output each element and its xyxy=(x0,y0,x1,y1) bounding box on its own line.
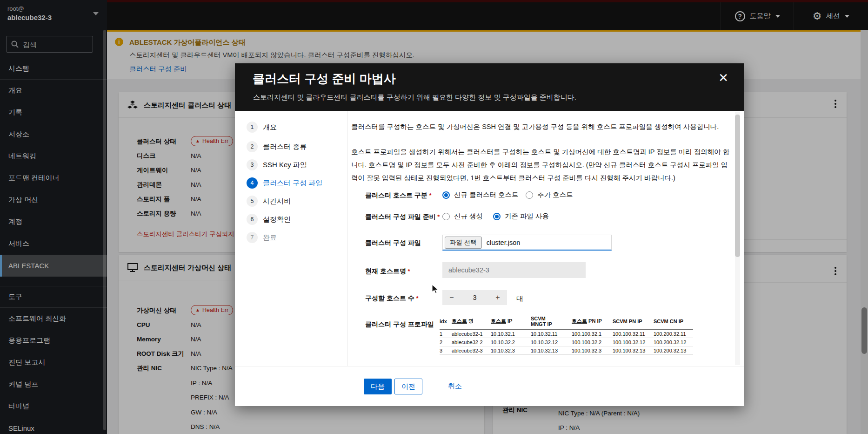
wizard-step[interactable]: 1개요 xyxy=(247,122,277,133)
column-header: 호스트 PN IP xyxy=(572,318,613,325)
table-cell: 100.200.32.12 xyxy=(654,339,692,345)
field-label-host-count: 구성할 호스트 수 xyxy=(365,294,418,303)
next-button[interactable]: 다음 xyxy=(364,379,392,394)
table-cell: ablecube32-1 xyxy=(452,331,491,337)
field-label-host-type: 클러스터 호스트 구분 xyxy=(365,191,431,200)
modal-header: 클러스터 구성 준비 마법사 스토리지센터 및 클라우드센터 클러스터를 구성하… xyxy=(235,63,744,111)
table-row: 2ablecube32-210.10.32.210.10.32.12100.10… xyxy=(440,338,693,346)
cluster-profile-table: idx호스트 명호스트 IPSCVM MNGT IP호스트 PN IPSCVM … xyxy=(440,315,693,355)
radio-icon[interactable] xyxy=(442,191,450,199)
table-cell: 100.100.32.11 xyxy=(613,331,654,337)
table-cell: 10.10.32.2 xyxy=(491,339,531,345)
step-label: 시간서버 xyxy=(263,197,291,206)
wizard-footer: 다음 이전 취소 xyxy=(235,366,744,406)
table-cell: 100.100.32.1 xyxy=(572,331,613,337)
column-header: 호스트 명 xyxy=(452,318,491,325)
wizard-step[interactable]: 4클러스터 구성 파일 xyxy=(247,177,322,189)
radio-new-file[interactable]: 신규 생성 xyxy=(442,212,483,221)
table-cell: 100.100.32.2 xyxy=(572,339,613,345)
table-cell: 10.10.32.1 xyxy=(491,331,531,337)
step-number: 3 xyxy=(247,159,258,170)
wizard-step[interactable]: 5시간서버 xyxy=(247,196,291,207)
radio-additional-host[interactable]: 추가 호스트 xyxy=(526,190,573,199)
step-number: 1 xyxy=(247,122,258,133)
prev-button[interactable]: 이전 xyxy=(394,379,422,394)
wizard-step[interactable]: 3SSH Key 파일 xyxy=(247,159,307,170)
field-label-profile: 클러스터 구성 프로파일 xyxy=(365,320,434,329)
intro-paragraph: 호스트 프로파일을 생성하기 위해서는 클러스터를 구성하는 호스트 및 가상머… xyxy=(351,145,734,184)
table-cell: ablecube32-3 xyxy=(452,348,491,353)
column-header: idx xyxy=(440,319,452,324)
radio-new-cluster-host[interactable]: 신규 클러스터 호스트 xyxy=(442,190,519,199)
wizard-step-content: 클러스터를 구성하는 호스트 및 가상머신은 SSH 연결 및 고가용성 구성 … xyxy=(348,111,744,366)
cancel-button[interactable]: 취소 xyxy=(448,382,462,391)
column-header: 호스트 IP xyxy=(491,318,531,325)
table-cell: 100.200.32.13 xyxy=(654,348,692,353)
field-label-file-prep: 클러스터 구성 파일 준비 xyxy=(365,213,440,221)
radio-icon[interactable] xyxy=(493,213,501,220)
table-cell: 100.200.32.11 xyxy=(654,331,692,337)
column-header: SCVM CN IP xyxy=(654,319,692,324)
table-cell: 3 xyxy=(440,348,452,353)
table-cell: 10.10.32.3 xyxy=(491,348,531,353)
wizard-steps-nav: 1개요2클러스터 종류3SSH Key 파일4클러스터 구성 파일5시간서버6설… xyxy=(235,111,348,366)
modal-scrollbar[interactable] xyxy=(735,112,740,365)
wizard-step[interactable]: 7완료 xyxy=(247,232,277,243)
step-number: 2 xyxy=(247,141,258,152)
current-hostname-input xyxy=(442,262,586,278)
table-cell: 100.100.32.12 xyxy=(613,339,654,345)
table-header-row: idx호스트 명호스트 IPSCVM MNGT IP호스트 PN IPSCVM … xyxy=(440,315,693,330)
host-count-value: 3 xyxy=(461,294,488,301)
radio-icon[interactable] xyxy=(442,213,450,220)
step-label: 개요 xyxy=(263,123,277,132)
table-cell: 10.10.32.11 xyxy=(531,331,572,337)
step-number: 5 xyxy=(247,196,258,207)
step-label: 클러스터 종류 xyxy=(263,142,307,151)
file-select-button[interactable]: 파일 선택 xyxy=(445,237,482,249)
host-count-unit: 대 xyxy=(516,294,523,303)
step-label: 완료 xyxy=(263,233,277,242)
field-label-current-hostname: 현재 호스트명 xyxy=(365,267,410,276)
modal-subtitle: 스토리지센터 및 클라우드센터 클러스터를 구성하기 위해 필요한 다양한 정보… xyxy=(253,93,576,102)
mouse-cursor xyxy=(432,284,440,294)
stepper-minus-button[interactable]: − xyxy=(442,293,461,302)
cluster-wizard-modal: 클러스터 구성 준비 마법사 스토리지센터 및 클라우드센터 클러스터를 구성하… xyxy=(235,63,744,406)
table-cell: 10.10.32.12 xyxy=(531,339,572,345)
table-row: 3ablecube32-310.10.32.310.10.32.13100.10… xyxy=(440,346,693,355)
selected-file-name: cluster.json xyxy=(487,239,521,246)
table-cell: 2 xyxy=(440,339,452,345)
column-header: SCVM PN IP xyxy=(613,319,654,324)
close-icon[interactable]: ✕ xyxy=(718,72,728,84)
table-cell: 10.10.32.13 xyxy=(531,348,572,353)
step-number: 4 xyxy=(247,177,258,189)
radio-icon[interactable] xyxy=(526,191,533,199)
scrollbar-thumb[interactable] xyxy=(735,115,740,257)
radio-existing-file[interactable]: 기존 파일 사용 xyxy=(493,212,549,221)
step-label: SSH Key 파일 xyxy=(263,161,307,170)
host-count-stepper: − 3 + xyxy=(442,290,507,305)
step-number: 6 xyxy=(247,214,258,225)
modal-title: 클러스터 구성 준비 마법사 xyxy=(253,71,396,87)
step-number: 7 xyxy=(247,232,258,243)
step-label: 설정확인 xyxy=(263,215,291,224)
table-cell: 1 xyxy=(440,331,452,337)
field-label-config-file: 클러스터 구성 파일 xyxy=(365,239,421,247)
wizard-step[interactable]: 6설정확인 xyxy=(247,214,291,225)
file-input[interactable]: 파일 선택 cluster.json xyxy=(442,235,612,251)
table-cell: 100.100.32.13 xyxy=(613,348,654,353)
table-cell: ablecube32-2 xyxy=(452,339,491,345)
table-cell: 100.100.32.3 xyxy=(572,348,613,353)
column-header: SCVM MNGT IP xyxy=(531,316,572,327)
intro-paragraph: 클러스터를 구성하는 호스트 및 가상머신은 SSH 연결 및 고가용성 구성 … xyxy=(351,120,730,133)
wizard-step[interactable]: 2클러스터 종류 xyxy=(247,141,307,152)
table-row: 1ablecube32-110.10.32.110.10.32.11100.10… xyxy=(440,330,693,338)
step-label: 클러스터 구성 파일 xyxy=(263,179,322,188)
stepper-plus-button[interactable]: + xyxy=(488,293,507,302)
